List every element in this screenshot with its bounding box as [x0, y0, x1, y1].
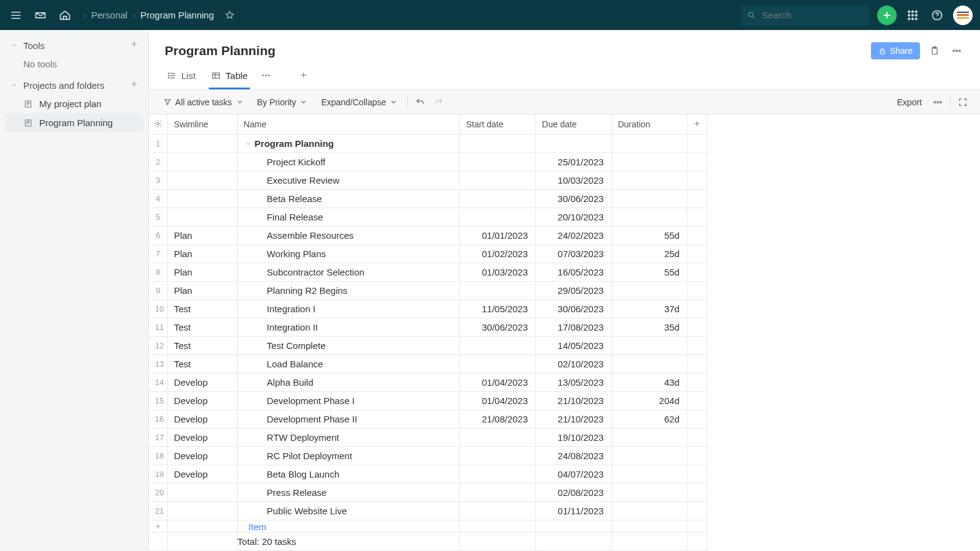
- table-row[interactable]: 1Program Planning: [149, 135, 707, 153]
- home-icon[interactable]: [56, 7, 74, 24]
- cell-start-date[interactable]: [459, 447, 535, 465]
- toolbar-more-icon[interactable]: [932, 96, 944, 108]
- cell-swimline[interactable]: Plan: [167, 263, 237, 282]
- tab-list[interactable]: List: [165, 63, 198, 89]
- table-row[interactable]: 14DevelopAlpha Build01/04/202313/05/2023…: [149, 373, 707, 392]
- cell-due-date[interactable]: 17/08/2023: [535, 318, 611, 337]
- cell-duration[interactable]: [611, 171, 687, 190]
- cell-duration[interactable]: [611, 135, 687, 153]
- cell-due-date[interactable]: 30/06/2023: [535, 190, 611, 208]
- table-row[interactable]: 16DevelopDevelopment Phase II21/08/20232…: [149, 410, 707, 429]
- cell-due-date[interactable]: 04/07/2023: [535, 465, 611, 484]
- chevron-down-icon[interactable]: [245, 138, 251, 149]
- cell-duration[interactable]: 204d: [611, 392, 687, 410]
- cell-swimline[interactable]: Plan: [167, 227, 237, 245]
- tab-more-icon[interactable]: [261, 70, 271, 83]
- column-duration[interactable]: Duration: [611, 114, 687, 135]
- cell-duration[interactable]: [611, 447, 687, 465]
- cell-start-date[interactable]: 21/08/2023: [459, 410, 535, 429]
- cell-swimline[interactable]: Test: [167, 318, 237, 337]
- cell-swimline[interactable]: Develop: [167, 392, 237, 410]
- cell-due-date[interactable]: 25/01/2023: [535, 153, 611, 171]
- cell-swimline[interactable]: [167, 484, 237, 502]
- table-row[interactable]: 18DevelopRC Pilot Deployment24/08/2023: [149, 447, 707, 465]
- cell-name[interactable]: Development Phase II: [237, 410, 459, 429]
- menu-icon[interactable]: [7, 7, 24, 24]
- redo-icon[interactable]: [432, 96, 445, 108]
- cell-start-date[interactable]: 01/04/2023: [459, 392, 535, 410]
- cell-due-date[interactable]: [535, 135, 611, 153]
- cell-name[interactable]: Working Plans: [237, 245, 459, 263]
- cell-name[interactable]: RC Pilot Deployment: [237, 447, 459, 465]
- add-column-icon[interactable]: [687, 114, 707, 135]
- cell-name[interactable]: Alpha Build: [237, 373, 459, 392]
- cell-swimline[interactable]: Develop: [167, 465, 237, 484]
- table-row[interactable]: 13TestLoad Balance02/10/2023: [149, 355, 707, 373]
- cell-duration[interactable]: [611, 282, 687, 300]
- pin-icon[interactable]: [221, 7, 238, 24]
- table-row[interactable]: 6PlanAssemble Resources01/01/202324/02/2…: [149, 227, 707, 245]
- tab-table[interactable]: Table: [209, 63, 250, 89]
- table-row[interactable]: 15DevelopDevelopment Phase I01/04/202321…: [149, 392, 707, 410]
- cell-name[interactable]: Program Planning: [237, 135, 459, 153]
- cell-swimline[interactable]: [167, 153, 237, 171]
- cell-swimline[interactable]: Test: [167, 300, 237, 318]
- cell-duration[interactable]: 43d: [611, 373, 687, 392]
- cell-swimline[interactable]: [167, 171, 237, 190]
- cell-name[interactable]: Integration II: [237, 318, 459, 337]
- apps-icon[interactable]: [904, 7, 921, 24]
- search-field[interactable]: [761, 9, 864, 21]
- table-row[interactable]: 5Final Release20/10/2023: [149, 208, 707, 227]
- breadcrumb-current[interactable]: Program Planning: [140, 10, 214, 20]
- cell-swimline[interactable]: Test: [167, 355, 237, 373]
- cell-name[interactable]: Development Phase I: [237, 392, 459, 410]
- cell-start-date[interactable]: [459, 282, 535, 300]
- cell-swimline[interactable]: [167, 135, 237, 153]
- cell-duration[interactable]: [611, 502, 687, 520]
- cell-duration[interactable]: [611, 465, 687, 484]
- cell-name[interactable]: RTW Deployment: [237, 429, 459, 447]
- cell-start-date[interactable]: [459, 337, 535, 355]
- column-start[interactable]: Start date: [459, 114, 535, 135]
- more-icon[interactable]: [949, 43, 964, 58]
- table-row[interactable]: 7PlanWorking Plans01/02/202307/03/202325…: [149, 245, 707, 263]
- cell-due-date[interactable]: 02/10/2023: [535, 355, 611, 373]
- cell-name[interactable]: Executive Review: [237, 171, 459, 190]
- search-input[interactable]: [741, 5, 870, 26]
- table-row[interactable]: 19DevelopBeta Blog Launch04/07/2023: [149, 465, 707, 484]
- cell-start-date[interactable]: 01/04/2023: [459, 373, 535, 392]
- cell-start-date[interactable]: [459, 465, 535, 484]
- cell-duration[interactable]: [611, 190, 687, 208]
- cell-due-date[interactable]: 29/05/2023: [535, 282, 611, 300]
- add-view-icon[interactable]: [299, 70, 308, 82]
- cell-name[interactable]: Final Release: [237, 208, 459, 227]
- cell-duration[interactable]: [611, 208, 687, 227]
- cell-start-date[interactable]: [459, 171, 535, 190]
- cell-due-date[interactable]: 30/06/2023: [535, 300, 611, 318]
- cell-due-date[interactable]: 01/11/2023: [535, 502, 611, 520]
- cell-swimline[interactable]: Test: [167, 337, 237, 355]
- cell-duration[interactable]: 35d: [611, 318, 687, 337]
- export-button[interactable]: Export: [894, 95, 925, 110]
- cell-start-date[interactable]: [459, 429, 535, 447]
- cell-start-date[interactable]: [459, 190, 535, 208]
- cell-duration[interactable]: [611, 355, 687, 373]
- cell-swimline[interactable]: Plan: [167, 282, 237, 300]
- expand-collapse-button[interactable]: Expand/Collapse: [317, 95, 401, 110]
- cell-due-date[interactable]: 24/08/2023: [535, 447, 611, 465]
- cell-swimline[interactable]: Develop: [167, 373, 237, 392]
- cell-swimline[interactable]: Develop: [167, 429, 237, 447]
- cell-due-date[interactable]: 02/08/2023: [535, 484, 611, 502]
- table-row[interactable]: 4Beta Release30/06/2023: [149, 190, 707, 208]
- inbox-icon[interactable]: [32, 7, 49, 24]
- table-row[interactable]: 10TestIntegration I11/05/202330/06/20233…: [149, 300, 707, 318]
- column-name[interactable]: Name: [237, 114, 459, 135]
- cell-name[interactable]: Planning R2 Begins: [237, 282, 459, 300]
- sidebar-item-my-project-plan[interactable]: My project plan: [5, 94, 143, 113]
- table-scroll[interactable]: Swimline Name Start date Due date Durati…: [149, 114, 980, 551]
- cell-name[interactable]: Load Balance: [237, 355, 459, 373]
- sort-button[interactable]: By Priority: [254, 95, 312, 110]
- table-row[interactable]: 21Public Website Live01/11/2023: [149, 502, 707, 520]
- cell-name[interactable]: Assemble Resources: [237, 227, 459, 245]
- cell-duration[interactable]: 25d: [611, 245, 687, 263]
